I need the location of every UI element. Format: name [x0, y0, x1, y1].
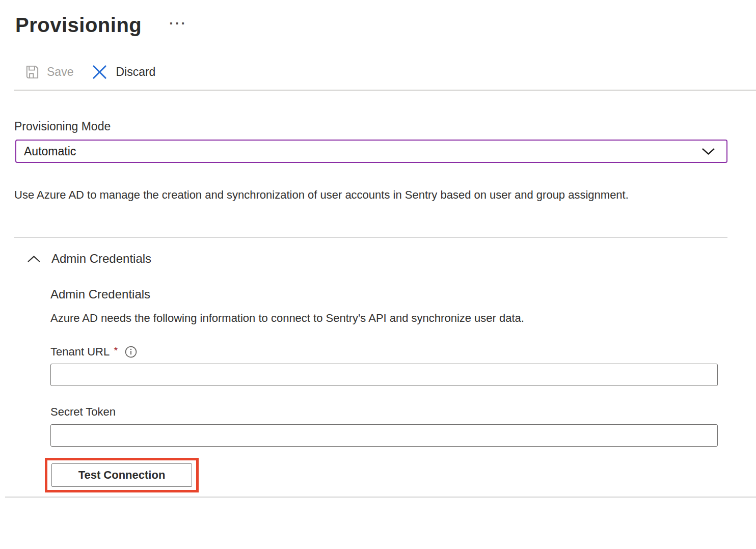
- discard-x-icon: [92, 64, 107, 80]
- provisioning-mode-dropdown[interactable]: Automatic: [15, 140, 727, 163]
- red-annotation-highlight: Test Connection: [45, 458, 199, 492]
- page-header: Provisioning ···: [0, 0, 756, 26]
- secret-token-input[interactable]: [50, 424, 718, 447]
- tenant-url-label-row: Tenant URL *: [50, 345, 756, 359]
- page-title: Provisioning: [15, 12, 142, 38]
- provisioning-page: Provisioning ··· Save Discard Pro: [0, 0, 756, 549]
- secret-token-label-row: Secret Token: [50, 405, 756, 419]
- admin-credentials-section-toggle[interactable]: Admin Credentials: [0, 250, 756, 267]
- bottom-divider: [5, 497, 756, 498]
- provisioning-description: Use Azure AD to manage the creation and …: [14, 184, 677, 205]
- tenant-url-input[interactable]: [50, 364, 718, 386]
- provisioning-mode-label: Provisioning Mode: [14, 119, 756, 133]
- chevron-down-icon: [701, 148, 715, 155]
- discard-button-label: Discard: [116, 65, 155, 79]
- admin-credentials-body: Admin Credentials Azure AD needs the fol…: [0, 287, 756, 492]
- chevron-up-icon: [27, 255, 41, 263]
- required-asterisk: *: [114, 344, 118, 356]
- save-button-label: Save: [47, 65, 73, 79]
- provisioning-mode-value: Automatic: [24, 145, 76, 158]
- command-bar: Save Discard: [0, 60, 756, 84]
- admin-credentials-subtitle: Admin Credentials: [50, 287, 756, 301]
- toolbar-divider: [14, 90, 756, 91]
- save-icon: [24, 64, 40, 80]
- save-button[interactable]: Save: [24, 64, 73, 80]
- more-menu-icon[interactable]: ···: [169, 13, 187, 34]
- secret-token-label: Secret Token: [50, 405, 116, 419]
- info-circle-icon[interactable]: [125, 346, 137, 358]
- test-connection-button[interactable]: Test Connection: [51, 463, 192, 487]
- discard-button[interactable]: Discard: [92, 64, 155, 80]
- admin-credentials-description: Azure AD needs the following information…: [50, 311, 756, 325]
- admin-credentials-section-title: Admin Credentials: [51, 252, 151, 266]
- tenant-url-label: Tenant URL: [50, 345, 110, 359]
- section-divider: [14, 237, 727, 238]
